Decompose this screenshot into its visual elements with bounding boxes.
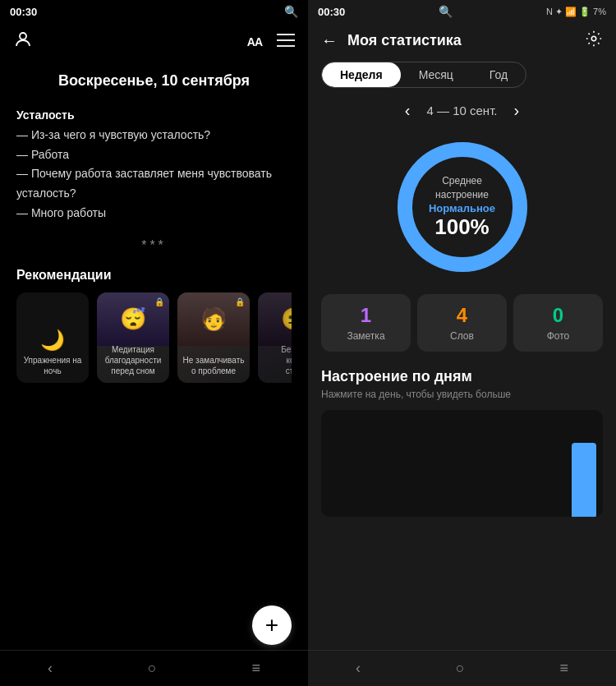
date-range-label: 4 — 10 сент. [426, 104, 497, 117]
left-top-bar: AA [0, 23, 308, 64]
stat-words-label: Слов [424, 330, 500, 342]
mood-chart[interactable] [321, 410, 603, 517]
rec-card-2-label: Медитация благодарности перед сном [102, 344, 164, 376]
mood-section-title: Настроение по дням [321, 368, 603, 385]
rec-card-4-img: 😐 [258, 292, 292, 346]
right-nav-menu[interactable]: ≡ [560, 660, 569, 677]
stats-grid: 1 Заметка 4 Слов 0 Фото [321, 294, 603, 352]
right-nav-home[interactable]: ○ [456, 660, 465, 677]
entry-line-2: — Работа [16, 145, 292, 165]
entry-title: Усталость [16, 106, 292, 126]
separator: *** [16, 238, 292, 253]
svg-point-4 [591, 36, 596, 41]
left-nav-menu[interactable]: ≡ [252, 660, 261, 677]
rec-card-1-icon: 🌙 [40, 329, 65, 352]
stats-content: Неделя Месяц Год ‹ 4 — 10 сент. › Средне… [308, 62, 616, 650]
next-period-button[interactable]: › [514, 101, 520, 120]
rec-card-3[interactable]: 🧑 🔒 Не замалчивать о проблеме [177, 292, 250, 383]
left-nav-back[interactable]: ‹ [48, 660, 53, 677]
period-tabs: Неделя Месяц Год [321, 62, 526, 88]
entry-line-4: — Много работы [16, 204, 292, 223]
entry-line-3: — Почему работа заставляет меня чувствов… [16, 164, 292, 204]
mood-by-day-section: Настроение по дням Нажмите на день, чтоб… [321, 368, 603, 517]
left-time: 00:30 [10, 6, 37, 18]
tab-month[interactable]: Месяц [401, 62, 471, 87]
stat-words-number: 4 [424, 304, 500, 327]
left-top-right-icons: AA [247, 33, 295, 52]
mood-section-subtitle: Нажмите на день, чтобы увидеть больше [321, 389, 603, 400]
stat-words[interactable]: 4 Слов [417, 294, 507, 352]
right-nav-back[interactable]: ‹ [356, 660, 361, 677]
stat-photos[interactable]: 0 Фото [513, 294, 603, 352]
stat-notes-label: Заметка [328, 330, 404, 342]
stat-notes-number: 1 [328, 304, 404, 327]
right-panel: 00:30 🔍 N ✦ 📶 🔋 7% ← Моя статистика Неде… [308, 0, 616, 686]
left-nav-home[interactable]: ○ [148, 660, 157, 677]
right-status-icons: N ✦ 📶 🔋 7% [546, 7, 606, 17]
recommendations-title: Рекомендации [16, 268, 292, 283]
right-search-icon[interactable]: 🔍 [439, 5, 453, 18]
profile-icon[interactable] [13, 30, 33, 54]
tab-year[interactable]: Год [471, 62, 526, 87]
tab-week[interactable]: Неделя [322, 62, 401, 87]
left-search-icon[interactable]: 🔍 [284, 5, 298, 18]
entry-line-1: — Из-за чего я чувствую усталость? [16, 126, 292, 145]
journal-content: Воскресенье, 10 сентября Усталость — Из-… [0, 64, 308, 650]
rec-card-3-label: Не замалчивать о проблеме [182, 355, 245, 376]
status-bar-left: 00:30 🔍 [0, 0, 308, 23]
journal-date: Воскресенье, 10 сентября [16, 72, 292, 90]
stat-photos-number: 0 [520, 304, 596, 327]
donut-svg [388, 133, 536, 281]
status-bar-right: 00:30 🔍 N ✦ 📶 🔋 7% [308, 0, 616, 23]
rec-card-1-label: Упражнения на ночь [21, 355, 84, 376]
rec-card-4[interactable]: 😐 Беспо-кой-ство [258, 292, 292, 383]
donut-chart: Среднее настроение Нормальное 100% [321, 133, 603, 281]
prev-period-button[interactable]: ‹ [405, 101, 411, 120]
stat-notes[interactable]: 1 Заметка [321, 294, 411, 352]
page-title: Моя статистика [347, 32, 575, 49]
right-bottom-nav: ‹ ○ ≡ [308, 650, 616, 686]
date-nav: ‹ 4 — 10 сент. › [321, 101, 603, 120]
menu-icon[interactable] [277, 33, 295, 52]
rec-card-2[interactable]: 😴 🔒 Медитация благодарности перед сном [97, 292, 169, 383]
lock-icon-2: 🔒 [235, 297, 245, 306]
stat-photos-label: Фото [520, 330, 596, 342]
text-size-button[interactable]: AA [247, 35, 262, 48]
left-bottom-nav: ‹ ○ ≡ [0, 650, 308, 686]
settings-button[interactable] [585, 30, 603, 52]
journal-entry: Усталость — Из-за чего я чувствую устало… [16, 106, 292, 223]
mood-bar-sun[interactable] [572, 443, 596, 517]
svg-point-6 [405, 150, 520, 265]
rec-cards: 🌙 Упражнения на ночь 😴 🔒 Медитация благо… [16, 292, 292, 383]
lock-icon-1: 🔒 [154, 297, 164, 306]
left-panel: 00:30 🔍 AA Воскресенье, 10 сентября У [0, 0, 308, 686]
fab-button[interactable]: + [252, 605, 292, 645]
svg-point-0 [20, 33, 26, 39]
back-button[interactable]: ← [321, 31, 338, 50]
rec-card-1[interactable]: 🌙 Упражнения на ночь [16, 292, 89, 383]
right-time: 00:30 [318, 6, 345, 18]
right-top-bar: ← Моя статистика [308, 23, 616, 62]
rec-card-4-label: Беспо-кой-ство [281, 344, 292, 376]
